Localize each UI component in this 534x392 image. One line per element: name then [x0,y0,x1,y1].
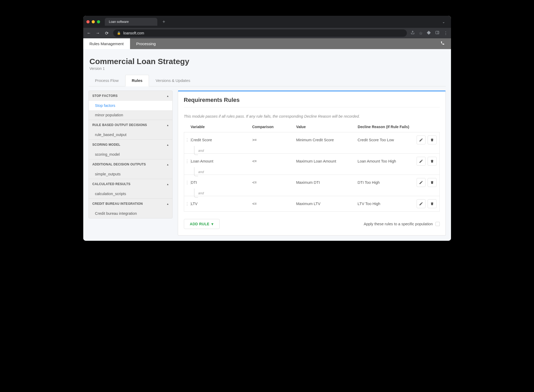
delete-rule-button[interactable] [428,135,437,144]
caret-up-icon: ▴ [167,183,168,186]
rules-table: Variable Comparison Value Decline Reason… [184,123,440,212]
content-tabs: Process Flow Rules Versions & Updates [89,75,446,86]
addressbar[interactable]: 🔒 loansoft.com [113,29,407,37]
extensions-icon[interactable] [427,30,431,36]
nav-rules-management[interactable]: Rules Management [83,38,130,49]
sidebar-item[interactable]: Credit bureau integration [89,209,172,218]
rule-row: ⋮⋮DTI<=Maximum DTIDTI Too High [184,175,439,190]
page-header: Commercial Loan Strategy Version 1 [89,54,446,75]
rules-panel: Requirements Rules This module passes if… [178,91,446,236]
page: Commercial Loan Strategy Version 1 Proce… [83,49,451,241]
addressbar-row: ← → ⟳ 🔒 loansoft.com ☆ ⋮ [83,28,451,38]
rule-comparison: <= [252,159,296,163]
sidebar-item[interactable]: calculation_scripts [89,189,172,198]
kebab-menu-icon[interactable]: ⋮ [444,31,448,36]
tab-versions-updates[interactable]: Versions & Updates [149,75,197,86]
nav-processing[interactable]: Processing [130,38,162,49]
rule-variable: DTI [191,180,252,185]
sidebar-section-title: SCORING MODEL [92,143,121,147]
lock-icon: 🔒 [117,31,121,35]
tabs-dropdown-icon[interactable]: ⌄ [439,20,448,24]
rule-decline-reason: Credit Score Too Low [357,138,414,142]
maximize-window-button[interactable] [97,20,100,23]
sidebar-item[interactable]: rule_based_output [89,130,172,139]
minimize-window-button[interactable] [92,20,95,23]
caret-up-icon: ▴ [167,143,168,146]
sidebar-section-head[interactable]: CALCULATED RESULTS▴ [89,179,172,189]
sidebar-section-head[interactable]: ADDITIONAL DECISION OUTPUTS▴ [89,159,172,169]
rule-row-wrap: ⋮⋮Loan Amount<=Maximum Loan AmountLoan A… [184,154,440,175]
sidebar-section-head[interactable]: STOP FACTORS▴ [89,91,172,101]
browser-action-icons: ☆ ⋮ [411,30,448,36]
new-tab-button[interactable]: + [159,19,169,25]
caret-up-icon: ▴ [167,202,168,205]
rule-value: Maximum DTI [296,180,357,185]
delete-rule-button[interactable] [428,178,437,187]
apply-population: Apply these rules to a specific populati… [364,222,440,226]
sidebar-section-title: CREDIT BUREAU INTEGRATION [92,202,143,206]
rule-actions [414,135,438,144]
rule-row-wrap: ⋮⋮Credit Score>=Minimum Credit ScoreCred… [184,132,440,154]
panel-title: Requirements Rules [184,97,440,107]
forward-button[interactable]: → [95,31,101,35]
rule-row: ⋮⋮LTV<=Maximum LTVLTV Too High [184,196,439,211]
drag-handle-icon[interactable]: ⋮⋮ [185,201,191,206]
url-text: loansoft.com [123,31,144,35]
tab-rules[interactable]: Rules [125,75,149,86]
rule-actions [414,178,438,187]
drag-handle-icon[interactable]: ⋮⋮ [185,180,191,185]
titlebar: Loan software + ⌄ [83,16,451,28]
sidebar-section-head[interactable]: RULE BASED OUTPUT DECISIONS▴ [89,120,172,130]
edit-rule-button[interactable] [417,157,426,166]
rule-comparison: <= [252,202,296,206]
add-rule-button[interactable]: ADD RULE ▾ [184,219,220,229]
sidebar-section-title: CALCULATED RESULTS [92,182,131,186]
edit-rule-button[interactable] [417,178,426,187]
panel-footer: ADD RULE ▾ Apply these rules to a specif… [184,219,440,229]
sidebar-section-head[interactable]: CREDIT BUREAU INTEGRATION▴ [89,198,172,209]
star-icon[interactable]: ☆ [419,31,423,36]
sidebar-item[interactable]: scoring_model [89,150,172,159]
close-window-button[interactable] [86,20,90,23]
page-title: Commercial Loan Strategy [90,57,445,66]
sidebar-item[interactable]: Stop factors [89,101,172,110]
rules-table-head: Variable Comparison Value Decline Reason… [184,123,440,132]
sidebar-section-head[interactable]: SCORING MODEL▴ [89,139,172,150]
rule-row-wrap: ⋮⋮LTV<=Maximum LTVLTV Too High [184,196,440,212]
sidebar-item[interactable]: simple_outputs [89,169,172,179]
rule-decline-reason: DTI Too High [357,180,414,185]
back-button[interactable]: ← [86,31,92,35]
rule-row-wrap: ⋮⋮DTI<=Maximum DTIDTI Too Highand [184,175,440,196]
reload-button[interactable]: ⟳ [104,31,110,36]
col-variable: Variable [191,125,252,129]
caret-up-icon: ▴ [167,163,168,166]
rule-variable: Credit Score [191,138,252,142]
rule-comparison: >= [252,138,296,142]
svg-rect-0 [436,31,439,34]
delete-rule-button[interactable] [428,157,437,166]
rule-actions [414,199,438,208]
rule-connector: and [184,190,439,196]
share-icon[interactable] [411,30,415,36]
caret-up-icon: ▴ [167,124,168,127]
drag-handle-icon[interactable]: ⋮⋮ [185,159,191,164]
rule-actions [414,157,438,166]
browser-tab[interactable]: Loan software [105,18,157,26]
phone-icon[interactable] [434,41,451,46]
apply-population-checkbox[interactable] [436,222,440,226]
rule-value: Maximum LTV [296,202,357,206]
col-comparison: Comparison [252,125,296,129]
sidebar-section-title: ADDITIONAL DECISION OUTPUTS [92,163,146,166]
tab-process-flow[interactable]: Process Flow [89,75,125,86]
rule-row: ⋮⋮Credit Score>=Minimum Credit ScoreCred… [184,132,439,148]
rule-connector: and [184,148,439,153]
sidebar-item[interactable]: minor population [89,110,172,120]
edit-rule-button[interactable] [417,199,426,208]
drag-handle-icon[interactable]: ⋮⋮ [185,138,191,142]
delete-rule-button[interactable] [428,199,437,208]
browser-window: Loan software + ⌄ ← → ⟳ 🔒 loansoft.com ☆… [83,16,451,241]
side-panel-icon[interactable] [435,30,439,36]
edit-rule-button[interactable] [417,135,426,144]
rule-value: Minimum Credit Score [296,138,357,142]
col-value: Value [296,125,357,129]
